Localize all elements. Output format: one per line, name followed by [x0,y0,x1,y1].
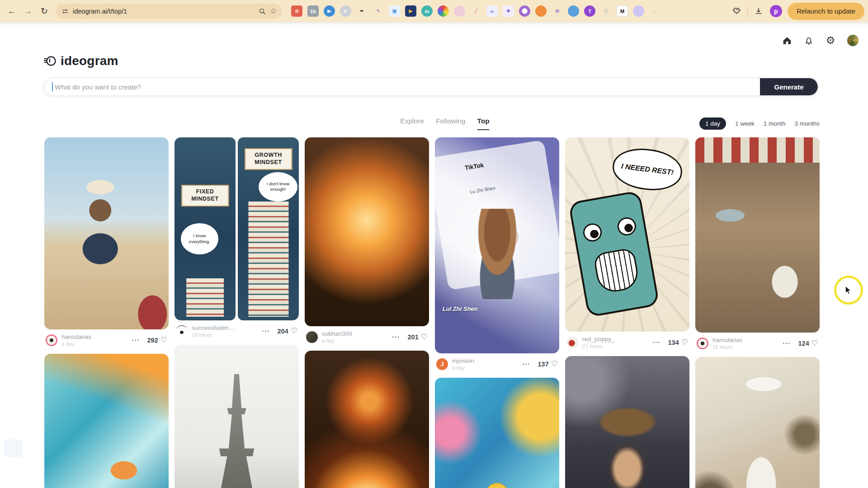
url-text[interactable]: ideogram.ai/t/top/1 [73,8,255,15]
filter-3-months[interactable]: 3 months [794,120,820,127]
card-image-tiktok-boy[interactable]: TikTok Lu Zhi Shen Lul Zhi Shen [435,137,559,353]
heart-icon[interactable]: ♡ [811,338,818,348]
more-options-icon[interactable]: ⋯ [522,359,530,369]
mindset-panel-fixed: FIXED MINDSET I know everything. [175,137,236,320]
tab-following[interactable]: Following [436,117,465,130]
home-icon[interactable] [782,35,793,46]
username[interactable]: hansdarias [712,337,742,343]
extension-icon[interactable]: M [617,5,628,17]
more-options-icon[interactable]: ⋯ [652,338,660,347]
extension-icon[interactable]: m [421,5,433,17]
extension-icon[interactable]: ≣ [600,5,612,17]
search-icon[interactable] [259,8,266,15]
avatar[interactable]: J [436,358,448,370]
heart-icon[interactable]: ♡ [681,338,688,347]
avatar[interactable] [176,325,188,337]
card-image-chimp-beach[interactable] [44,137,169,329]
more-options-icon[interactable]: ⋯ [262,326,269,336]
browser-profile-avatar[interactable]: p [770,5,782,17]
like-control[interactable]: 201♡ [408,332,428,342]
card-footer: red_poppy_ 21 hours ⋯ 134♡ [566,336,688,349]
like-control[interactable]: 134♡ [668,338,688,347]
card-image-dark-angel[interactable] [565,356,689,488]
more-options-icon[interactable]: ⋯ [783,338,790,348]
extension-icon[interactable] [454,5,465,17]
logo[interactable]: ideogram [43,54,118,68]
extension-icon[interactable]: K [340,5,351,17]
like-control[interactable]: 292♡ [147,335,167,345]
avatar[interactable] [697,338,708,349]
download-icon[interactable] [753,5,764,17]
like-control[interactable]: 137♡ [538,359,558,369]
avatar[interactable] [306,331,318,343]
relaunch-to-update-button[interactable]: Relaunch to update [788,3,864,20]
extension-icon[interactable]: T [584,5,595,17]
forward-button[interactable]: → [21,4,35,19]
extension-icon[interactable]: ▣ [389,5,400,17]
card-image-samurai-cat[interactable] [695,137,820,333]
username[interactable]: red_poppy_ [582,336,614,343]
extension-icon[interactable]: ❖ [503,5,514,17]
post-time: 21 hours [582,343,614,349]
notifications-bell-icon[interactable] [803,35,814,46]
avatar[interactable] [566,337,578,348]
card-image-mindset[interactable]: FIXED MINDSET I know everything. GROWTH … [175,137,299,320]
filter-1-month[interactable]: 1 month [764,120,786,127]
username[interactable]: successfuelm… [192,324,235,331]
username[interactable]: hansdarias [61,333,91,340]
tab-top[interactable]: Top [477,117,489,130]
extension-icon[interactable]: ▶ [405,5,416,17]
extension-icon[interactable] [633,5,644,17]
extension-icon[interactable] [535,5,547,17]
book-stack [248,202,288,317]
card-image-blue-hair-woman[interactable] [44,354,169,488]
puzzle-extensions-icon[interactable] [731,5,742,17]
extension-icon[interactable]: ✒ [356,5,368,17]
filter-1-day[interactable]: 1 day [699,117,726,130]
like-count: 201 [408,333,419,341]
extension-icon[interactable] [519,5,530,17]
extension-icon[interactable] [438,5,449,17]
phone-eye [581,222,603,243]
card-image-white-suit-woman[interactable] [695,357,820,488]
card-image-angry-phone[interactable]: I NEEED REST! [565,137,689,332]
more-options-icon[interactable]: ⋯ [132,335,139,345]
card-image-banana-character[interactable] [435,378,559,488]
user-avatar[interactable] [847,34,859,47]
like-control[interactable]: 204♡ [278,326,297,336]
bookmark-star-icon[interactable]: ☆ [270,6,277,16]
extension-icon[interactable]: ✿ [552,5,563,17]
avatar[interactable] [46,334,57,346]
site-settings-icon[interactable] [61,8,69,15]
card-image-fire-cat[interactable] [305,351,429,488]
feed-tabs: Explore Following Top [400,117,489,130]
tab-explore[interactable]: Explore [400,117,424,130]
heart-icon[interactable]: ♡ [160,335,167,345]
heart-icon[interactable]: ♡ [551,359,558,369]
generate-button[interactable]: Generate [760,78,818,96]
heart-icon[interactable]: ♡ [291,326,297,336]
extension-icon[interactable]: ✎ [373,5,384,17]
extension-icon[interactable]: ↔ [647,3,663,19]
reload-button[interactable]: ↻ [37,4,52,19]
market-awning [695,137,820,163]
filter-1-week[interactable]: 1 week [735,120,755,127]
card-image-fire-lion[interactable] [305,137,429,326]
heart-icon[interactable]: ♡ [421,332,428,342]
extension-icon[interactable]: ∞ [486,5,498,17]
extension-icon[interactable]: 1b [307,5,319,17]
address-bar[interactable]: ideogram.ai/t/top/1 ☆ [56,4,282,19]
extension-icon[interactable]: ≋ [291,5,302,17]
settings-gear-icon[interactable]: ⚙ [825,35,836,46]
extension-icon[interactable]: ▶ [324,5,335,17]
username[interactable]: sobhan300 [322,330,352,337]
like-control[interactable]: 124♡ [798,338,818,348]
card-image-eiffel-sketch[interactable] [175,345,299,488]
extension-icon[interactable]: ╱ [470,5,481,17]
card-footer: hansdarias a day ⋯ 292♡ [46,333,167,347]
username[interactable]: mjvision [452,357,474,364]
more-options-icon[interactable]: ⋯ [392,332,400,342]
extension-icon[interactable] [568,5,579,17]
prompt-input[interactable] [53,78,760,95]
back-button[interactable]: ← [5,4,19,19]
